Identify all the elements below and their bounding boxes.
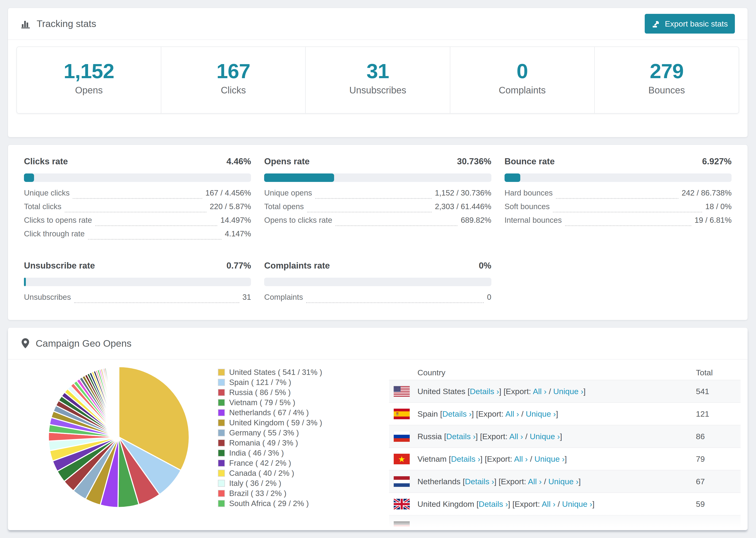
details-link[interactable]: Details › <box>442 409 472 418</box>
rate-detail-row: Complaints 0 <box>264 293 491 306</box>
rate-section-clicks-rate: Clicks rate 4.46% Unique clicks 167 / 4.… <box>24 157 251 243</box>
export-unique-link[interactable]: Unique › <box>553 387 583 396</box>
table-row-russia: Russia [Details ›] [Export: All › / Uniq… <box>389 425 740 447</box>
country-flag-gb <box>394 499 410 510</box>
legend-item-canada[interactable]: Canada ( 40 / 2% ) <box>218 468 322 478</box>
slash: / <box>558 500 560 509</box>
export-all-link[interactable]: All › <box>542 500 556 509</box>
rate-rows: Unsubscribes 31 <box>24 293 251 306</box>
legend-label: Brazil ( 33 / 2% ) <box>229 489 287 498</box>
stat-value: 1,152 <box>64 60 114 82</box>
rate-detail-row: Internal bounces 19 / 6.81% <box>505 216 731 229</box>
bracket: [ <box>449 455 451 463</box>
export-all-link[interactable]: All › <box>528 477 542 486</box>
rate-section-head: Complaints rate 0% <box>264 261 491 271</box>
legend-item-netherlands[interactable]: Netherlands ( 67 / 4% ) <box>218 407 322 418</box>
rate-rows: Unique clicks 167 / 4.456% Total clicks … <box>24 188 251 243</box>
table-row-united-kingdom: United Kingdom [Details ›] [Export: All … <box>389 493 740 515</box>
geo-opens-card: Campaign Geo Opens United States ( 541 /… <box>8 327 748 530</box>
country-name: Vietnam <box>417 455 447 463</box>
details-link[interactable]: Details › <box>465 477 494 486</box>
legend-label: India ( 46 / 3% ) <box>229 449 284 457</box>
export-label: Export: <box>487 455 512 463</box>
legend-item-vietnam[interactable]: Vietnam ( 79 / 5% ) <box>218 398 322 407</box>
legend-item-united-kingdom[interactable]: United Kingdom ( 59 / 3% ) <box>218 418 322 428</box>
details-link[interactable]: Details › <box>470 387 499 396</box>
bracket: ] <box>476 432 478 441</box>
country-total: 79 <box>696 455 740 463</box>
rates-grid: Clicks rate 4.46% Unique clicks 167 / 4.… <box>24 157 731 306</box>
legend-item-brazil[interactable]: Brazil ( 33 / 2% ) <box>218 488 322 498</box>
geo-pie-chart[interactable] <box>45 364 192 510</box>
rate-detail-value: 2,303 / 61.446% <box>435 202 491 211</box>
geo-table-header: Country Total <box>389 365 740 380</box>
bar-chart-icon <box>21 19 31 29</box>
legend-item-romania[interactable]: Romania ( 49 / 3% ) <box>218 438 322 448</box>
legend-swatch <box>218 399 225 406</box>
rate-section-head: Unsubscribe rate 0.77% <box>24 261 251 271</box>
stat-box-opens: 1,152 Opens <box>17 47 161 113</box>
legend-item-italy[interactable]: Italy ( 36 / 2% ) <box>218 478 322 488</box>
rate-detail-label: Hard bounces <box>505 188 553 197</box>
rate-section-head: Opens rate 30.736% <box>264 157 491 166</box>
card-title: Campaign Geo Opens <box>36 338 132 349</box>
export-basic-stats-button[interactable]: Export basic stats <box>645 14 735 33</box>
country-name: Netherlands <box>417 477 460 486</box>
export-unique-link[interactable]: Unique › <box>562 500 592 509</box>
country-total: 86 <box>696 432 740 441</box>
details-link[interactable]: Details › <box>479 500 508 509</box>
pie-slice-other[interactable] <box>119 367 119 437</box>
export-unique-link[interactable]: Unique › <box>534 455 565 463</box>
export-all-link[interactable]: All › <box>509 432 523 441</box>
export-all-link[interactable]: All › <box>533 387 547 396</box>
rate-detail-row: Unsubscribes 31 <box>24 293 251 306</box>
dotted-leader <box>73 198 202 199</box>
country-flag-nl <box>394 476 410 487</box>
bracket: [ <box>476 500 478 509</box>
rate-detail-row: Total clicks 220 / 5.87% <box>24 202 251 216</box>
bracket: ] <box>560 432 562 441</box>
export-all-link[interactable]: All › <box>505 409 519 418</box>
legend-label: Canada ( 40 / 2% ) <box>229 469 294 478</box>
rate-detail-value: 220 / 5.87% <box>210 202 251 211</box>
export-all-link[interactable]: All › <box>514 455 528 463</box>
legend-swatch <box>218 490 225 497</box>
legend-label: Italy ( 36 / 2% ) <box>229 479 281 488</box>
rate-detail-label: Clicks to opens rate <box>24 216 92 225</box>
details-link[interactable]: Details › <box>451 455 480 463</box>
country-total: 67 <box>696 477 740 486</box>
details-link[interactable]: Details › <box>446 432 476 441</box>
rate-detail-value: 19 / 6.81% <box>694 216 731 225</box>
rate-detail-value: 1,152 / 30.736% <box>435 188 491 197</box>
legend-item-france[interactable]: France ( 42 / 2% ) <box>218 458 322 468</box>
export-label: Export: <box>514 500 540 509</box>
export-unique-link[interactable]: Unique › <box>526 409 556 418</box>
bracket: ] <box>472 409 474 418</box>
export-label: Export: <box>478 409 504 418</box>
legend-item-russia[interactable]: Russia ( 86 / 5% ) <box>218 387 322 398</box>
legend-item-spain[interactable]: Spain ( 121 / 7% ) <box>218 377 322 387</box>
geo-table: Country Total United States [Details ›] … <box>389 365 740 530</box>
legend-swatch <box>218 459 225 467</box>
rate-section-opens-rate: Opens rate 30.736% Unique opens 1,152 / … <box>264 157 491 243</box>
legend-label: Vietnam ( 79 / 5% ) <box>229 398 296 407</box>
legend-item-united-states[interactable]: United States ( 541 / 31% ) <box>218 367 322 377</box>
legend-item-germany[interactable]: Germany ( 55 / 3% ) <box>218 428 322 438</box>
legend-item-south-africa[interactable]: South Africa ( 29 / 2% ) <box>218 498 322 509</box>
slash: / <box>544 477 546 486</box>
legend-item-india[interactable]: India ( 46 / 3% ) <box>218 448 322 458</box>
rate-section-title: Unsubscribe rate <box>24 261 95 271</box>
legend-swatch <box>218 379 225 386</box>
progress-bar <box>505 174 731 182</box>
country-name: Russia <box>417 432 442 441</box>
rate-section-value: 0% <box>479 261 491 271</box>
slash: / <box>549 387 551 396</box>
rate-section-complaints-rate: Complaints rate 0% Complaints 0 <box>264 261 491 306</box>
export-unique-link[interactable]: Unique › <box>530 432 560 441</box>
rate-detail-label: Soft bounces <box>505 202 550 211</box>
bracket: [ <box>504 387 506 396</box>
export-unique-link[interactable]: Unique › <box>549 477 579 486</box>
progress-bar <box>24 174 251 182</box>
geo-header-left: Campaign Geo Opens <box>21 338 132 349</box>
table-row-partial-germany <box>389 515 740 530</box>
